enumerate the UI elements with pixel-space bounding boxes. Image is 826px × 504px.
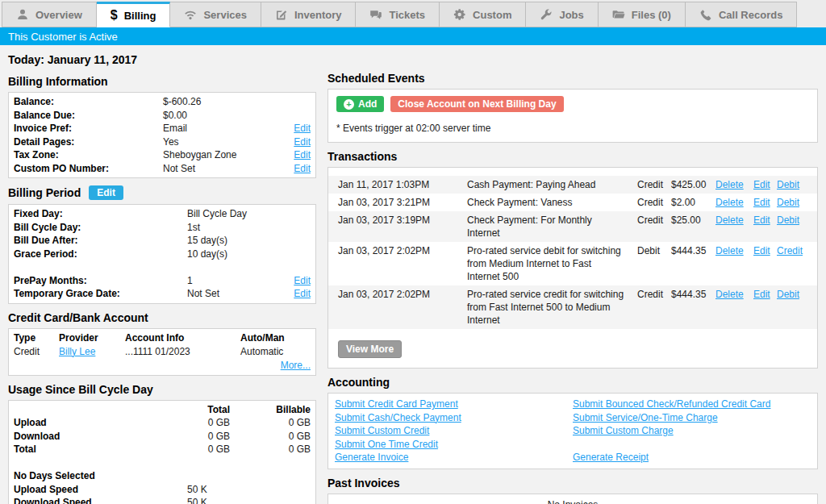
submit-credit-card-payment-link[interactable]: Submit Credit Card Payment	[335, 398, 573, 411]
period-row-temp-grace-date: Temporary Grace Date: Not Set Edit	[14, 287, 311, 301]
usage-row-total: Total 0 GB 0 GB	[14, 443, 311, 456]
tab-call-records[interactable]: Call Records	[686, 2, 797, 27]
edit-transaction-link[interactable]: Edit	[753, 244, 777, 257]
txn-type: Debit	[637, 244, 671, 257]
usage-row-upload: Upload 0 GB 0 GB	[14, 416, 311, 430]
tab-label: Overview	[35, 9, 82, 21]
edit-invoice-pref-link[interactable]: Edit	[294, 122, 311, 135]
person-icon	[16, 8, 29, 21]
transaction-row: Jan 03, 2017 3:21PM Check Payment: Vanes…	[328, 194, 817, 211]
edit-transaction-link[interactable]: Edit	[753, 178, 777, 191]
txn-type: Credit	[637, 214, 671, 227]
add-event-button[interactable]: +Add	[336, 96, 384, 112]
accounting-panel: Submit Credit Card Payment Submit Bounce…	[327, 393, 818, 469]
period-row-grace-period: Grace Period: 10 day(s)	[14, 248, 311, 261]
scheduled-events-panel: +Add Close Account on Next Billing Day *…	[327, 89, 818, 143]
provider-link[interactable]: Billy Lee	[59, 345, 125, 359]
billing-period-panel: Fixed Day: Bill Cycle Day Bill Cycle Day…	[8, 204, 316, 304]
credit-card-headers: Type Provider Account Info Auto/Man	[14, 331, 311, 345]
delete-transaction-link[interactable]: Delete	[715, 244, 753, 257]
close-account-button[interactable]: Close Account on Next Billing Day	[390, 96, 563, 112]
tab-custom[interactable]: Custom	[440, 2, 526, 27]
edit-tax-zone-link[interactable]: Edit	[294, 148, 311, 162]
chat-bubbles-icon	[369, 8, 382, 21]
tab-billing[interactable]: $ Billing	[97, 2, 171, 27]
transaction-row: Jan 03, 2017 2:02PM Pro-rated service cr…	[328, 285, 817, 329]
toggle-transaction-link[interactable]: Debit	[777, 214, 812, 227]
billing-information-title: Billing Information	[8, 75, 316, 88]
accounting-row: Submit One Time Credit	[335, 438, 811, 452]
submit-service-one-time-charge-link[interactable]: Submit Service/One-Time Charge	[573, 411, 811, 425]
accounting-row: Generate Invoice Generate Receipt	[335, 451, 811, 464]
usage-title: Usage Since Bill Cycle Day	[8, 383, 316, 396]
edit-detail-pages-link[interactable]: Edit	[294, 135, 311, 149]
submit-bounced-check-link[interactable]: Submit Bounced Check/Refunded Credit Car…	[573, 398, 811, 411]
accounting-row: Submit Custom Credit Submit Custom Charg…	[335, 424, 811, 438]
edit-transaction-link[interactable]: Edit	[753, 196, 777, 209]
transactions-title: Transactions	[327, 150, 818, 163]
submit-one-time-credit-link[interactable]: Submit One Time Credit	[335, 438, 573, 452]
delete-transaction-link[interactable]: Delete	[715, 214, 753, 227]
toggle-transaction-link[interactable]: Debit	[777, 288, 812, 301]
transaction-row: Jan 03, 2017 3:19PM Check Payment: For M…	[328, 211, 817, 242]
events-trigger-note: * Events trigger at 02:00 server time	[336, 123, 809, 134]
accounting-row: Submit Credit Card Payment Submit Bounce…	[335, 398, 811, 411]
toggle-transaction-link[interactable]: Credit	[777, 244, 812, 257]
view-more-button[interactable]: View More	[338, 340, 402, 358]
tab-overview[interactable]: Overview	[2, 2, 97, 27]
no-invoices-text: No Invoices	[335, 498, 811, 504]
tab-label: Tickets	[389, 9, 425, 21]
edit-billing-period-button[interactable]: Edit	[89, 185, 123, 200]
past-invoices-panel: No Invoices Generate Initial Bill	[327, 494, 818, 504]
submit-custom-charge-link[interactable]: Submit Custom Charge	[573, 424, 811, 438]
tab-inventory[interactable]: Inventory	[261, 2, 357, 27]
period-row-bill-due-after: Bill Due After: 15 day(s)	[14, 234, 311, 248]
delete-transaction-link[interactable]: Delete	[715, 178, 753, 191]
tab-label: Custom	[473, 9, 511, 21]
delete-transaction-link[interactable]: Delete	[715, 196, 753, 209]
period-row-bill-cycle-day: Bill Cycle Day: 1st	[14, 221, 311, 235]
tab-services[interactable]: Services	[170, 2, 261, 27]
compose-icon	[275, 8, 288, 21]
txn-description: Check Payment: For Monthly Internet	[467, 214, 637, 240]
accounting-row: Submit Cash/Check Payment Submit Service…	[335, 411, 811, 425]
billing-period-title: Billing Period Edit	[8, 185, 316, 200]
transaction-row: Jan 03, 2017 2:02PM Pro-rated service de…	[328, 242, 817, 285]
info-row-custom-po: Custom PO Number: Not Set Edit	[14, 162, 311, 176]
credit-card-title: Credit Card/Bank Account	[8, 311, 316, 324]
generate-receipt-link[interactable]: Generate Receipt	[573, 451, 811, 464]
submit-custom-credit-link[interactable]: Submit Custom Credit	[335, 424, 573, 438]
customer-status-banner: This Customer is Active	[0, 27, 826, 45]
today-date: Today: January 11, 2017	[8, 53, 818, 66]
accounting-title: Accounting	[327, 376, 818, 389]
tab-jobs[interactable]: Jobs	[526, 2, 598, 27]
toggle-transaction-link[interactable]: Debit	[777, 196, 812, 209]
plus-icon: +	[344, 99, 354, 110]
tab-label: Call Records	[719, 9, 782, 21]
credit-card-more-link[interactable]: More...	[281, 360, 311, 371]
usage-no-days-row: No Days Selected	[14, 469, 311, 483]
spacer	[14, 456, 311, 470]
tab-files[interactable]: Files (0)	[599, 2, 686, 27]
tab-tickets[interactable]: Tickets	[356, 2, 440, 27]
customer-tab-bar: Overview $ Billing Services Inventory Ti…	[0, 0, 826, 27]
edit-prepay-months-link[interactable]: Edit	[294, 274, 311, 288]
usage-row-download: Download 0 GB 0 GB	[14, 430, 311, 444]
dollar-icon: $	[111, 9, 118, 22]
edit-temp-grace-date-link[interactable]: Edit	[294, 287, 311, 301]
transaction-row: Jan 11, 2017 1:03PM Cash Payment: Paying…	[328, 176, 817, 194]
edit-transaction-link[interactable]: Edit	[753, 288, 777, 301]
toggle-transaction-link[interactable]: Debit	[777, 178, 812, 191]
wrench-icon	[540, 8, 553, 21]
submit-cash-check-payment-link[interactable]: Submit Cash/Check Payment	[335, 411, 573, 425]
edit-custom-po-link[interactable]: Edit	[294, 162, 311, 176]
txn-date: Jan 03, 2017 3:19PM	[338, 214, 467, 227]
generate-invoice-link[interactable]: Generate Invoice	[335, 451, 573, 464]
info-row-balance: Balance: $-600.26	[14, 95, 311, 109]
tab-label: Files (0)	[632, 9, 671, 21]
past-invoices-title: Past Invoices	[327, 477, 818, 489]
txn-type: Credit	[637, 196, 671, 209]
delete-transaction-link[interactable]: Delete	[715, 288, 753, 301]
wifi-icon	[184, 8, 197, 21]
edit-transaction-link[interactable]: Edit	[753, 214, 777, 227]
